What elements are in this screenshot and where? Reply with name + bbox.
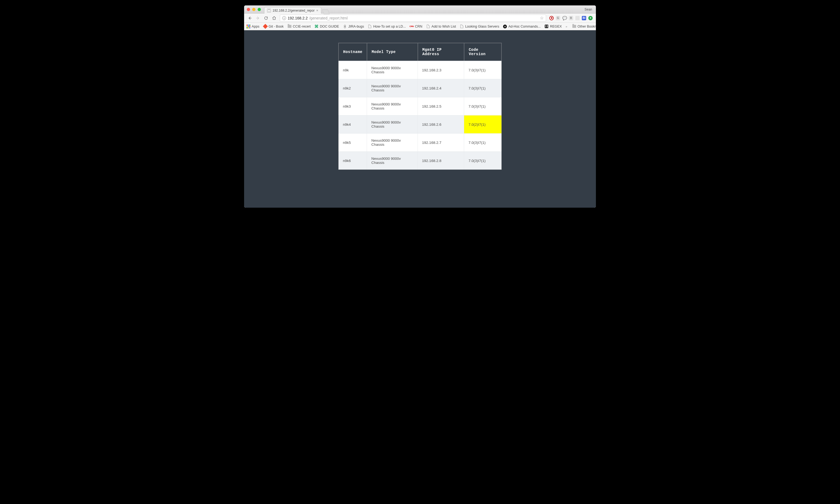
bookmark-docguide[interactable]: ⌘ DOC GUIDE — [314, 24, 339, 29]
close-window-button[interactable] — [247, 8, 250, 11]
cell-model: Nexus9000 9000v Chassis — [367, 61, 418, 79]
bookmarks-bar: Apps Git - Book CCIE-recert ⌘ DOC GUIDE … — [244, 23, 596, 30]
bookmark-git[interactable]: Git - Book — [263, 24, 284, 29]
page-icon — [368, 24, 372, 29]
cell-model: Nexus9000 9000v Chassis — [367, 133, 418, 151]
folder-icon — [572, 24, 576, 29]
bookmark-howto[interactable]: How-To set up a LD... — [368, 24, 406, 29]
bookmark-overflow-icon[interactable]: » — [565, 25, 568, 28]
site-info-icon[interactable]: i — [282, 16, 286, 20]
folder-icon — [287, 24, 292, 29]
cell-hostname: n9k5 — [338, 133, 367, 151]
bookmark-adhoc[interactable]: A Ad-Hoc Commands... — [503, 24, 541, 29]
table-header-row: Hostname Model Type Mgmt0 IP Address Cod… — [338, 43, 502, 61]
cell-hostname: n9k4 — [338, 115, 367, 133]
docguide-icon: ⌘ — [314, 24, 318, 29]
toolbar: i 192.168.2.2/generated_report.html ☆ G … — [244, 14, 596, 23]
bookmark-wishlist[interactable]: Add to Wish List — [426, 24, 456, 29]
extension-g-icon[interactable]: G — [556, 16, 560, 20]
bookmark-glass[interactable]: Looking Glass Servers — [460, 24, 499, 29]
reload-button[interactable] — [262, 15, 269, 22]
tab-title: 192.168.2.2/generated_repor — [273, 8, 314, 13]
url-host: 192.168.2.2 — [288, 16, 308, 20]
cell-mgmt: 192.168.2.3 — [418, 61, 465, 79]
extension-green-icon[interactable]: ✦ — [588, 16, 593, 20]
tabstrip: 192.168.2.2/generated_repor × — [264, 5, 329, 13]
ansible-icon: A — [503, 24, 507, 29]
page-icon — [267, 8, 271, 13]
bookmark-label: Looking Glass Servers — [465, 24, 499, 29]
apps-icon — [246, 24, 250, 29]
cell-hostname: n9k2 — [338, 79, 367, 97]
maximize-window-button[interactable] — [258, 8, 261, 11]
page-icon — [426, 24, 430, 29]
col-version: Code Version — [464, 43, 502, 61]
bookmark-jira[interactable]: JIRA-bugs — [343, 24, 364, 29]
table-row: n9k4Nexus9000 9000v Chassis192.168.2.67.… — [338, 115, 502, 133]
bookmark-label: REGEX — [550, 24, 562, 29]
browser-tab[interactable]: 192.168.2.2/generated_repor × — [264, 7, 321, 14]
col-model: Model Type — [367, 43, 418, 61]
arrow-right-icon — [256, 16, 260, 20]
home-icon — [272, 16, 276, 20]
cell-version: 7.0(3)I7(1) — [464, 61, 502, 79]
bookmark-star-icon[interactable]: ☆ — [540, 15, 544, 21]
extension-note-icon[interactable] — [575, 16, 580, 20]
traffic-lights — [247, 8, 261, 11]
cell-version: 7.0(3)I7(1) — [464, 151, 502, 169]
git-icon — [263, 24, 267, 29]
cell-mgmt: 192.168.2.8 — [418, 151, 465, 169]
jira-icon — [343, 24, 347, 29]
bookmark-label: CRN — [415, 24, 422, 29]
cell-hostname: n9k3 — [338, 97, 367, 115]
titlebar: 192.168.2.2/generated_repor × Sean — [244, 5, 596, 14]
cell-version: 7.0(3)I7(1) — [464, 79, 502, 97]
back-button[interactable] — [246, 15, 253, 22]
minimize-window-button[interactable] — [252, 8, 256, 11]
profile-label[interactable]: Sean — [584, 7, 593, 11]
bookmark-label: Apps — [252, 24, 260, 29]
table-row: n9k5Nexus9000 9000v Chassis192.168.2.77.… — [338, 133, 502, 151]
home-button[interactable] — [270, 15, 278, 22]
extension-chat-icon[interactable]: 💬 — [562, 16, 567, 20]
bookmark-label: Git - Book — [269, 24, 284, 29]
page-content: Hostname Model Type Mgmt0 IP Address Cod… — [244, 30, 596, 208]
col-hostname: Hostname — [338, 43, 367, 61]
extension-b-icon[interactable]: B — [569, 16, 573, 20]
cell-hostname: n9k6 — [338, 151, 367, 169]
cell-mgmt: 192.168.2.5 — [418, 97, 465, 115]
browser-window: 192.168.2.2/generated_repor × Sean i 192… — [244, 5, 596, 208]
bookmark-apps[interactable]: Apps — [246, 24, 260, 29]
ublock-icon[interactable] — [549, 16, 554, 20]
cell-version: 7.0(2)I7(1) — [464, 115, 502, 133]
bookmark-crn[interactable]: CRN CRN — [409, 24, 422, 29]
regex-icon — [544, 24, 548, 29]
extension-icons: G 💬 B BI ✦ — [548, 16, 594, 20]
bookmark-regex[interactable]: REGEX — [544, 24, 562, 29]
bookmark-label: CCIE-recert — [293, 24, 311, 29]
cell-model: Nexus9000 9000v Chassis — [367, 97, 418, 115]
crn-icon: CRN — [409, 24, 414, 29]
table-row: n9k6Nexus9000 9000v Chassis192.168.2.87.… — [338, 151, 502, 169]
address-bar[interactable]: i 192.168.2.2/generated_report.html ☆ — [280, 15, 546, 22]
table-row: n9kNexus9000 9000v Chassis192.168.2.37.0… — [338, 61, 502, 79]
forward-button[interactable] — [255, 15, 261, 22]
bookmark-other[interactable]: Other Bookmarks — [572, 24, 596, 29]
tab-close-button[interactable]: × — [316, 8, 318, 12]
table-row: n9k3Nexus9000 9000v Chassis192.168.2.57.… — [338, 97, 502, 115]
cell-model: Nexus9000 9000v Chassis — [367, 151, 418, 169]
bookmark-label: How-To set up a LD... — [373, 24, 406, 29]
report-table: Hostname Model Type Mgmt0 IP Address Cod… — [338, 43, 502, 170]
col-mgmt: Mgmt0 IP Address — [418, 43, 465, 61]
arrow-left-icon — [248, 16, 252, 20]
cell-mgmt: 192.168.2.6 — [418, 115, 465, 133]
extension-bi-icon[interactable]: BI — [582, 16, 586, 20]
cell-mgmt: 192.168.2.4 — [418, 79, 465, 97]
bookmark-label: Add to Wish List — [432, 24, 456, 29]
cell-mgmt: 192.168.2.7 — [418, 133, 465, 151]
bookmark-ccie[interactable]: CCIE-recert — [287, 24, 311, 29]
reload-icon — [264, 16, 268, 20]
page-icon — [460, 24, 464, 29]
cell-hostname: n9k — [338, 61, 367, 79]
cell-model: Nexus9000 9000v Chassis — [367, 79, 418, 97]
